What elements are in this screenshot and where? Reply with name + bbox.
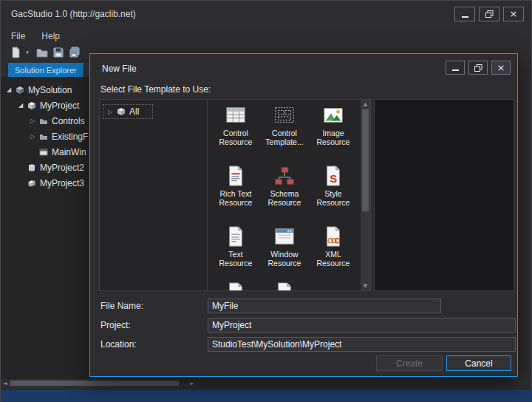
template-item-label: Control Resource <box>211 129 260 146</box>
template-item-partial[interactable] <box>260 282 309 291</box>
template-item-partial[interactable] <box>211 282 260 291</box>
location-input[interactable] <box>208 337 516 352</box>
tree-item-label: MyProject <box>40 100 79 111</box>
main-titlebar[interactable]: GacStudio 1.0 (http://gaclib.net) × <box>1 1 531 27</box>
scroll-left-icon[interactable]: ◄ <box>1 381 10 386</box>
create-button[interactable]: Create <box>376 355 443 371</box>
tab-solution-explorer[interactable]: Solution Explorer <box>8 63 83 77</box>
save-all-icon <box>69 47 81 58</box>
new-file-icon <box>10 47 21 58</box>
tab-label: Solution Explorer <box>15 66 77 75</box>
category-item-all[interactable]: ▷ All <box>103 104 153 119</box>
template-item-label: Text Resource <box>211 250 260 268</box>
close-button[interactable]: × <box>503 7 524 21</box>
template-item-rich-text-resource[interactable]: Rich Text Resource <box>211 165 260 207</box>
image-resource-icon <box>322 104 344 126</box>
rich-text-resource-icon <box>225 165 247 187</box>
restore-icon <box>485 10 494 18</box>
scrollbar-thumb[interactable] <box>10 381 179 386</box>
cancel-button[interactable]: Cancel <box>446 355 511 371</box>
template-item-label: XML Resource <box>309 250 358 268</box>
template-preview-panel <box>374 99 514 291</box>
open-folder-icon <box>36 47 48 58</box>
save-button[interactable] <box>50 44 66 61</box>
collapsed-arrow-icon[interactable]: ▷ <box>105 109 115 115</box>
save-icon <box>52 47 64 58</box>
location-label: Location: <box>100 339 137 350</box>
new-file-button[interactable] <box>7 44 24 61</box>
control-template-icon <box>273 104 296 126</box>
template-item-label: Rich Text Resource <box>211 189 260 207</box>
scroll-down-icon[interactable]: ▼ <box>361 282 370 290</box>
template-item-window-resource[interactable]: Window Resource <box>260 225 309 268</box>
template-item-label: Style Resource <box>309 189 358 207</box>
tree-item-label: MainWin <box>52 147 86 157</box>
scrollbar-thumb[interactable] <box>362 109 369 211</box>
dialog-close-button[interactable]: × <box>491 61 511 75</box>
collapsed-arrow-icon[interactable]: ▷ <box>27 117 38 124</box>
expanded-arrow-icon[interactable]: ◢ <box>4 86 14 93</box>
project-input[interactable] <box>208 318 516 333</box>
category-label: All <box>129 106 139 117</box>
restore-button[interactable] <box>479 7 499 21</box>
scroll-up-icon[interactable]: ▲ <box>361 100 370 109</box>
minimize-button[interactable] <box>454 7 475 21</box>
file-icon <box>225 282 247 291</box>
new-file-dropdown-icon[interactable]: ▾ <box>24 50 31 55</box>
solution-icon <box>14 86 26 95</box>
template-item-label: Schema Resource <box>260 189 309 207</box>
status-bar <box>1 390 532 402</box>
file-name-input[interactable] <box>208 299 441 313</box>
file-icon <box>273 282 296 291</box>
style-resource-icon: S <box>322 165 344 187</box>
menu-file[interactable]: File <box>11 31 25 41</box>
collapsed-arrow-icon[interactable]: ▷ <box>27 133 38 140</box>
dialog-window-controls: × <box>446 61 511 75</box>
window-file-icon <box>38 148 50 157</box>
restore-icon <box>474 64 482 72</box>
new-file-dialog: New File × Select File Template to Use: … <box>89 53 518 377</box>
category-tree-panel[interactable]: ▷ All <box>99 99 208 291</box>
tree-item-label: Controls <box>52 116 85 126</box>
file-name-label: File Name: <box>100 301 143 311</box>
close-icon: × <box>510 9 518 18</box>
window-resource-icon <box>273 225 296 248</box>
menu-help[interactable]: Help <box>41 31 60 41</box>
template-item-style-resource[interactable]: S Style Resource <box>309 165 358 207</box>
template-item-xml-resource[interactable]: XML Resource <box>309 225 358 268</box>
dialog-restore-button[interactable] <box>468 61 488 75</box>
schema-resource-icon <box>273 165 296 187</box>
open-folder-button[interactable] <box>34 44 50 61</box>
template-item-label: Window Resource <box>260 250 309 268</box>
template-item-label: Image Resource <box>309 129 358 146</box>
tree-item-label: ExistingF <box>52 132 88 142</box>
template-item-label: Control Template... <box>260 129 309 146</box>
tree-horizontal-scrollbar[interactable]: ◄ ► <box>1 379 197 387</box>
project-icon <box>26 101 38 110</box>
folder-icon <box>38 132 50 141</box>
template-item-image-resource[interactable]: Image Resource <box>309 104 358 146</box>
folder-icon <box>38 117 50 126</box>
menu-bar: File Help <box>1 28 531 44</box>
minimize-icon <box>452 69 459 71</box>
window-controls: × <box>454 7 524 21</box>
template-item-control-resource[interactable]: Control Resource <box>211 104 260 146</box>
scroll-right-icon[interactable]: ► <box>188 381 197 386</box>
dialog-title: New File <box>102 64 137 74</box>
dialog-minimize-button[interactable] <box>446 61 465 75</box>
svg-text:S: S <box>330 172 337 185</box>
tree-item-label: MyProject2 <box>40 163 84 173</box>
template-grid-scrollbar[interactable]: ▲ ▼ <box>361 100 370 290</box>
control-resource-icon <box>225 104 247 126</box>
template-item-control-template[interactable]: Control Template... <box>260 104 309 146</box>
template-item-text-resource[interactable]: Text Resource <box>211 225 260 268</box>
window-title: GacStudio 1.0 (http://gaclib.net) <box>11 9 136 19</box>
template-grid-panel[interactable]: Control Resource Control Template... Ima… <box>207 99 371 291</box>
text-resource-icon <box>225 225 247 248</box>
template-item-schema-resource[interactable]: Schema Resource <box>260 165 309 207</box>
expanded-arrow-icon[interactable]: ◢ <box>16 102 26 109</box>
template-prompt-label: Select File Template to Use: <box>100 84 211 95</box>
minimize-icon <box>462 16 468 18</box>
tree-item-label: MySolution <box>28 85 72 95</box>
save-all-button[interactable] <box>66 44 83 61</box>
